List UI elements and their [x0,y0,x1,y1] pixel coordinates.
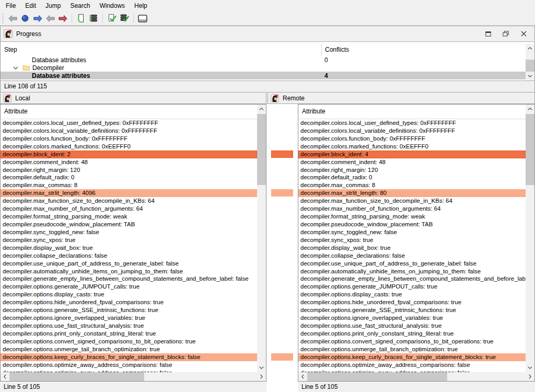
maximize-button[interactable] [481,28,495,40]
scroll-left-icon[interactable] [298,372,307,381]
scroll-right-icon[interactable] [257,372,266,381]
attribute-row[interactable]: decompiler.collapse_declarations: false [1,252,257,260]
attribute-row[interactable]: decompiler.automatically_unhide_items_on… [1,268,257,275]
scroll-down-icon[interactable] [257,363,266,372]
document-check-icon[interactable] [106,13,118,24]
attribute-row[interactable]: decompiler.colors.marked_functions: 0xEE… [298,143,526,151]
step-row[interactable]: Database attributes0 [1,56,526,64]
attribute-row[interactable]: decompiler.options.convert_signed_compar… [298,338,526,345]
attribute-row[interactable]: decompiler.block_ident: 2 [1,151,257,158]
stop-circle-icon[interactable] [19,13,31,24]
attribute-row[interactable]: decompiler.comment_indent: 48 [298,158,526,166]
attribute-row[interactable]: decompiler.display_wait_box: true [1,244,257,252]
attribute-row[interactable]: decompiler.colors.local_user_defined_typ… [298,119,526,127]
attribute-row[interactable]: decompiler.collapse_declarations: false [298,252,526,260]
remote-vertical-scrollbar[interactable] [526,105,534,372]
attribute-row[interactable]: decompiler.options.generate_SSE_intrinsi… [1,306,257,314]
previous-conflict-arrow-icon[interactable] [44,13,56,24]
attribute-row[interactable]: decompiler.options.unmerge_tail_branch_o… [1,345,257,353]
attribute-row[interactable]: decompiler.options.display_casts: true [1,291,257,298]
attribute-row[interactable]: decompiler.options.print_only_constant_s… [1,330,257,338]
database-stack-icon[interactable] [88,13,99,24]
attribute-row[interactable]: decompiler.display_wait_box: true [298,244,526,252]
scrollbar-thumb[interactable] [307,372,447,381]
attribute-row[interactable]: decompiler.options.convert_signed_compar… [1,338,257,345]
attribute-row[interactable]: decompiler.max_number_of_function_argume… [1,205,257,213]
menu-item-file[interactable]: File [1,1,20,11]
attribute-row[interactable]: decompiler.colors.local_user_defined_typ… [1,119,257,127]
attribute-row[interactable]: decompiler.max_strlit_length: 4096 [1,189,257,197]
attribute-row[interactable]: decompiler.options.keep_curly_braces_for… [298,353,526,361]
column-header-attribute[interactable]: Attribute [1,105,257,119]
scrollbar-thumb[interactable] [526,60,534,73]
attribute-row[interactable]: decompiler.max_function_size_to_decompil… [1,197,257,205]
document-icon[interactable] [75,13,87,24]
attribute-row[interactable]: decompiler.options.generate_JUMPOUT_call… [1,283,257,291]
attribute-row[interactable]: decompiler.colors.function_body: 0xFFFFF… [1,135,257,143]
attribute-row[interactable]: decompiler.sync_xpos: true [298,236,526,244]
attribute-row[interactable]: decompiler.right_margin: 120 [298,166,526,174]
attribute-row[interactable]: decompiler.max_commas: 8 [1,181,257,189]
attribute-row[interactable]: decompiler.options.hide_unordered_fpval_… [1,298,257,306]
column-header-conflicts[interactable]: Conflicts [321,44,526,56]
scroll-right-icon[interactable] [526,372,534,381]
attribute-row[interactable]: decompiler.generate_empty_lines_between_… [1,275,257,283]
attribute-row[interactable]: decompiler.sync_toggled_new: false [1,228,257,236]
attribute-row[interactable]: decompiler.default_radix: 0 [298,174,526,181]
forward-arrow-icon[interactable] [32,13,43,24]
attribute-row[interactable]: decompiler.max_number_of_function_argume… [298,205,526,213]
steps-vertical-scrollbar[interactable] [526,44,534,80]
local-horizontal-scrollbar[interactable] [1,372,266,381]
attribute-row[interactable]: decompiler.colors.marked_functions: 0xEE… [1,143,257,151]
menu-item-edit[interactable]: Edit [20,1,41,11]
attribute-row[interactable]: decompiler.max_commas: 8 [298,181,526,189]
scrollbar-thumb[interactable] [9,372,144,381]
restore-button[interactable] [498,28,513,40]
menu-item-jump[interactable]: Jump [41,1,65,11]
attribute-row[interactable]: decompiler.sync_toggled_new: false [298,228,526,236]
scroll-up-icon[interactable] [526,105,534,113]
attribute-row[interactable]: decompiler.max_strlit_length: 80 [298,189,526,197]
local-vertical-scrollbar[interactable] [257,105,266,372]
attribute-row[interactable]: decompiler.options.print_only_constant_s… [298,330,526,338]
attribute-row[interactable]: decompiler.options.keep_curly_braces_for… [1,353,257,361]
attribute-row[interactable]: decompiler.options.generate_JUMPOUT_call… [298,283,526,291]
attribute-row[interactable]: decompiler.options.use_fast_structural_a… [298,322,526,330]
attribute-row[interactable]: decompiler.pseudocode_window_placement: … [1,221,257,228]
attribute-row[interactable]: decompiler.options.unmerge_tail_branch_o… [298,345,526,353]
scroll-up-icon[interactable] [526,44,534,53]
attribute-row[interactable]: decompiler.generate_empty_lines_between_… [298,275,526,283]
scrollbar-thumb[interactable] [257,114,266,185]
attribute-row[interactable]: decompiler.right_margin: 120 [1,166,257,174]
column-header-attribute[interactable]: Attribute [298,105,526,119]
attribute-row[interactable]: decompiler.colors.local_variable_definit… [1,127,257,135]
close-icon[interactable] [516,28,531,40]
toolbar-drag-handle[interactable] [2,14,4,23]
next-conflict-arrow-icon[interactable] [57,13,68,24]
attribute-row[interactable]: decompiler.colors.local_variable_definit… [298,127,526,135]
attribute-row[interactable]: decompiler.max_function_size_to_decompil… [298,197,526,205]
attribute-row[interactable]: decompiler.colors.function_body: 0xFFFFF… [298,135,526,143]
attribute-row[interactable]: decompiler.format_string_parsing_mode: w… [298,213,526,221]
remote-horizontal-scrollbar[interactable] [298,372,534,381]
database-check-icon[interactable] [119,13,130,24]
attribute-row[interactable]: decompiler.use_unique_part_of_address_to… [1,260,257,268]
step-row[interactable]: Database attributes4 [1,72,526,79]
attribute-row[interactable]: decompiler.pseudocode_window_placement: … [298,221,526,228]
attribute-row[interactable]: decompiler.options.optimize_away_address… [298,361,526,369]
scroll-down-icon[interactable] [526,72,534,80]
attribute-row[interactable]: decompiler.options.display_casts: true [298,291,526,298]
attribute-row[interactable]: decompiler.default_radix: 0 [1,174,257,181]
step-row[interactable]: Decompiler [1,64,526,72]
attribute-row[interactable]: decompiler.block_ident: 4 [298,151,526,158]
attribute-row[interactable]: decompiler.format_string_parsing_mode: w… [1,213,257,221]
scrollbar-thumb[interactable] [526,114,534,185]
scroll-up-icon[interactable] [257,105,266,113]
attribute-row[interactable]: decompiler.options.hide_unordered_fpval_… [298,298,526,306]
menu-item-windows[interactable]: Windows [95,1,130,11]
back-arrow-icon[interactable] [7,13,18,24]
attribute-row[interactable]: decompiler.comment_indent: 48 [1,158,257,166]
attribute-row[interactable]: decompiler.sync_xpos: true [1,236,257,244]
attribute-row[interactable]: decompiler.options.ignore_overlapped_var… [1,314,257,322]
attribute-row[interactable]: decompiler.automatically_unhide_items_on… [298,268,526,275]
